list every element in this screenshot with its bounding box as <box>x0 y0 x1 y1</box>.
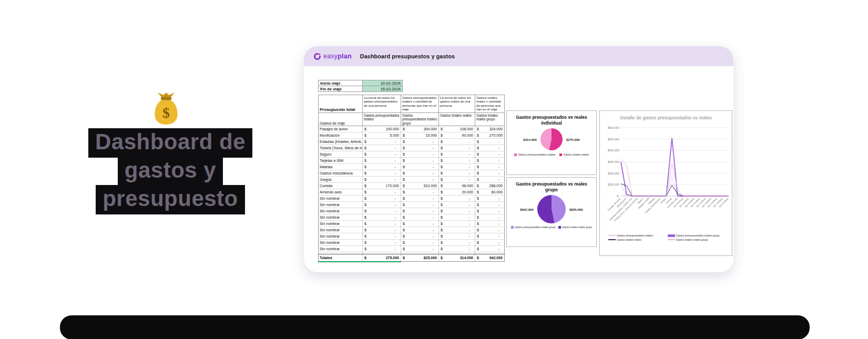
cell[interactable]: $- <box>363 240 401 246</box>
cell[interactable]: $- <box>439 139 475 145</box>
table-row[interactable]: Tickets (Tours, Sitios de interés)$-$-$-… <box>319 145 505 151</box>
table-row[interactable]: Sin nombrar$-$-$-$- <box>319 246 505 252</box>
cell[interactable]: $- <box>475 202 505 208</box>
cell[interactable]: $- <box>363 158 401 164</box>
table-row[interactable]: Comida$170.000$510.000$96.000$288.000 <box>319 183 505 189</box>
cell[interactable]: $- <box>475 208 505 214</box>
table-row[interactable]: Sin nombrar$-$-$-$- <box>319 240 505 246</box>
cell[interactable]: $- <box>475 240 505 246</box>
cell[interactable]: $- <box>401 196 439 202</box>
pie-chart-grupo-panel[interactable]: Gastos presupuestados vs realesgrupo $94… <box>506 177 597 247</box>
table-row[interactable]: Sin nombrar$-$-$-$- <box>319 227 505 233</box>
cell[interactable]: $300.000 <box>401 126 439 132</box>
cell[interactable]: $- <box>439 208 475 214</box>
cell[interactable]: $- <box>363 170 401 177</box>
cell[interactable]: $- <box>475 227 505 233</box>
cell[interactable]: $- <box>475 151 505 158</box>
table-row[interactable]: Arriendo auto$-$-$20.000$60.000 <box>319 189 505 196</box>
cell[interactable]: $- <box>401 158 439 164</box>
cell[interactable]: $- <box>401 240 439 246</box>
table-row[interactable]: Sin nombrar$-$-$-$- <box>319 221 505 227</box>
cell[interactable]: $- <box>475 177 505 183</box>
table-row[interactable]: Maletas$-$-$-$- <box>319 164 505 170</box>
totals-cell[interactable]: $942.000 <box>475 254 505 262</box>
cell[interactable]: $- <box>363 202 401 208</box>
cell[interactable]: $- <box>401 246 439 252</box>
cell[interactable]: $- <box>439 214 475 221</box>
cell[interactable]: $- <box>363 246 401 252</box>
cell[interactable]: $- <box>401 177 439 183</box>
table-row[interactable]: Sin nombrar$-$-$-$- <box>319 233 505 240</box>
cell[interactable]: $- <box>363 145 401 151</box>
cell[interactable]: $- <box>401 208 439 214</box>
cell[interactable]: $- <box>439 196 475 202</box>
cell[interactable]: $- <box>439 221 475 227</box>
cell[interactable]: $- <box>475 221 505 227</box>
cell[interactable]: $- <box>475 164 505 170</box>
table-row[interactable]: Sin nombrar$-$-$-$- <box>319 202 505 208</box>
table-row[interactable]: Gastos misceláneos$-$-$-$- <box>319 170 505 177</box>
table-row[interactable]: Sin nombrar$-$-$-$- <box>319 214 505 221</box>
cell[interactable]: $- <box>363 177 401 183</box>
cell[interactable]: $- <box>401 233 439 240</box>
cell[interactable]: $- <box>475 170 505 177</box>
cell[interactable]: $- <box>401 202 439 208</box>
cell[interactable]: $- <box>439 158 475 164</box>
table-row[interactable]: Movilización$5.000$15.000$90.000$270.000 <box>319 132 505 139</box>
cell[interactable]: $- <box>401 139 439 145</box>
cell[interactable]: $108.000 <box>439 126 475 132</box>
easyplan-logo[interactable]: easyplan <box>313 53 352 60</box>
cell[interactable]: $- <box>439 164 475 170</box>
cell[interactable]: $- <box>475 246 505 252</box>
cell[interactable]: $- <box>401 227 439 233</box>
table-row[interactable]: Sin nombrar$-$-$-$- <box>319 208 505 214</box>
cell[interactable]: $170.000 <box>363 183 401 189</box>
totals-row[interactable]: Totales$275.000$825.000$314.000$942.000 <box>319 254 505 262</box>
cell[interactable]: $- <box>475 233 505 240</box>
date-row[interactable]: Inicio viaje10-02-2024 <box>319 80 403 86</box>
cell[interactable]: $5.000 <box>363 132 401 139</box>
cell[interactable]: $- <box>401 214 439 221</box>
cell[interactable]: $- <box>401 164 439 170</box>
totals-cell[interactable]: $275.000 <box>363 254 401 262</box>
cell[interactable]: $- <box>401 221 439 227</box>
cell[interactable]: $- <box>363 196 401 202</box>
pie-chart-individual-panel[interactable]: Gastos presupuestados vs realesindividua… <box>506 110 597 175</box>
date-row[interactable]: Fin de viaje15-02-2024 <box>319 86 403 92</box>
cell[interactable]: $- <box>363 189 401 196</box>
cell[interactable]: $96.000 <box>439 183 475 189</box>
cell[interactable]: $- <box>401 189 439 196</box>
totals-cell[interactable]: $314.000 <box>439 254 475 262</box>
cell[interactable]: $- <box>475 196 505 202</box>
cell[interactable]: $- <box>439 246 475 252</box>
cell[interactable]: $- <box>401 145 439 151</box>
cell[interactable]: $- <box>439 202 475 208</box>
cell[interactable]: $- <box>401 170 439 177</box>
cell[interactable]: $60.000 <box>475 189 505 196</box>
table-row[interactable]: Tarjetas e-SIM$-$-$-$- <box>319 158 505 164</box>
cell[interactable]: $- <box>439 240 475 246</box>
table-row[interactable]: Sin nombrar$-$-$-$- <box>319 196 505 202</box>
cell[interactable]: $510.000 <box>401 183 439 189</box>
totals-cell[interactable]: $825.000 <box>401 254 439 262</box>
cell[interactable]: $- <box>475 158 505 164</box>
cell[interactable]: $15.000 <box>401 132 439 139</box>
cell[interactable]: $- <box>363 151 401 158</box>
cell[interactable]: $- <box>439 233 475 240</box>
date-value[interactable]: 10-02-2024 <box>363 80 403 86</box>
cell[interactable]: $- <box>439 227 475 233</box>
table-row[interactable]: Seguro$-$-$-$- <box>319 151 505 158</box>
cell[interactable]: $- <box>439 177 475 183</box>
cell[interactable]: $- <box>439 145 475 151</box>
cell[interactable]: $270.000 <box>475 132 505 139</box>
cell[interactable]: $20.000 <box>439 189 475 196</box>
cell[interactable]: $- <box>363 214 401 221</box>
cell[interactable]: $- <box>363 139 401 145</box>
cell[interactable]: $- <box>401 151 439 158</box>
cell[interactable]: $- <box>475 145 505 151</box>
table-row[interactable]: Estadías (Hoteles, Airbnb, etc)$-$-$-$- <box>319 139 505 145</box>
date-value[interactable]: 15-02-2024 <box>363 86 403 92</box>
cell[interactable]: $- <box>439 170 475 177</box>
line-chart-panel[interactable]: Detalle de gastos presupuestados vs real… <box>599 110 732 256</box>
table-row[interactable]: Juegos$-$-$-$- <box>319 177 505 183</box>
